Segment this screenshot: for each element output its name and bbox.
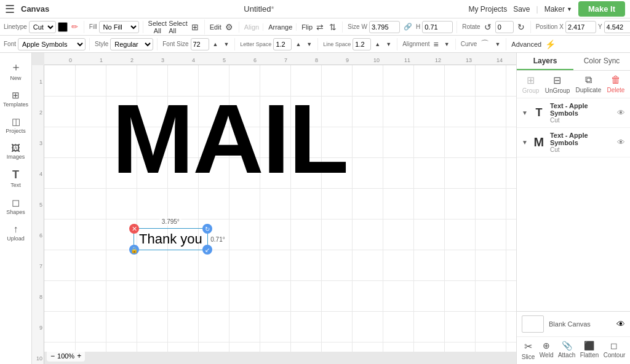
style-select[interactable]: Regular — [110, 38, 153, 50]
attach-label: Attach — [558, 352, 575, 358]
fill-select[interactable]: No Fill — [99, 21, 139, 33]
letter-space-up-icon[interactable]: ▲ — [293, 41, 303, 48]
ruler-top: 0 1 2 3 4 5 6 7 8 9 10 11 12 13 14 15 — [44, 53, 516, 65]
advanced-label[interactable]: Advanced — [511, 41, 541, 48]
layer-item-1[interactable]: ▼ M Text - Apple Symbols Cut 👁 — [517, 128, 630, 157]
sidebar-item-text[interactable]: T Text — [2, 165, 30, 191]
position-label: Position — [536, 23, 558, 30]
weld-action[interactable]: ⊕ Weld — [540, 341, 554, 360]
align-down-icon[interactable]: ▼ — [442, 41, 452, 48]
layer-1-visibility-icon[interactable]: 👁 — [617, 138, 625, 147]
make-it-button[interactable]: Make It — [578, 1, 625, 17]
sidebar-item-new[interactable]: ＋ New — [2, 57, 30, 84]
select-all-label[interactable]: Select All — [169, 20, 188, 34]
select-all-group: Select All Select All ⊞ — [148, 20, 205, 34]
letter-space-down-icon[interactable]: ▼ — [305, 41, 314, 48]
flip-group: Flip ⇄ ⇅ — [301, 22, 343, 33]
delete-action[interactable]: 🗑 Delete — [607, 74, 624, 94]
flip-label[interactable]: Flip — [301, 23, 313, 31]
select-all-button[interactable]: Select All — [148, 20, 167, 34]
width-input[interactable] — [369, 21, 400, 33]
y-input[interactable] — [604, 21, 630, 33]
tab-layers[interactable]: Layers — [517, 53, 573, 70]
sidebar-item-images[interactable]: 🖼 Images — [2, 140, 30, 163]
weld-icon: ⊕ — [543, 341, 550, 350]
edit-group: Edit ⚙ — [210, 22, 239, 33]
canvas-area[interactable]: 0 1 2 3 4 5 6 7 8 9 10 11 12 13 14 15 — [32, 53, 516, 364]
ungroup-action[interactable]: ⊟ UnGroup — [545, 74, 570, 94]
font-size-input[interactable] — [191, 38, 209, 50]
width-dimension-label: 3.795° — [160, 218, 181, 226]
sidebar-item-upload[interactable]: ↑ Upload — [2, 221, 30, 245]
zoom-in-button[interactable]: + — [77, 352, 81, 360]
font-select[interactable]: Apple Symbols — [18, 38, 86, 50]
rotate-input[interactable] — [495, 21, 514, 33]
rotate-cw-icon[interactable]: ↻ — [516, 22, 527, 33]
rotate-label: Rotate — [462, 23, 480, 30]
blank-canvas-row: Blank Canvas 👁 — [517, 312, 630, 337]
flip-h-icon[interactable]: ⇄ — [314, 22, 325, 33]
ungroup-icon: ⊟ — [553, 74, 561, 86]
thank-you-container[interactable]: 3.795° 0.71° ✕ ↻ 🔒 ↙ Thank you — [134, 228, 208, 250]
color-swatch[interactable] — [58, 22, 68, 32]
advanced-icon[interactable]: ⚡ — [543, 39, 557, 50]
letter-space-input[interactable] — [273, 38, 292, 50]
slice-label: Slice — [522, 354, 535, 360]
linetype-select[interactable]: Cut — [29, 21, 56, 33]
tab-color-sync[interactable]: Color Sync — [573, 53, 630, 70]
templates-icon: ⊞ — [12, 90, 20, 101]
pen-icon[interactable]: ✏ — [70, 22, 80, 32]
canvas-eye-icon[interactable]: 👁 — [616, 319, 625, 329]
contour-action[interactable]: ◻ Contour — [604, 341, 626, 360]
zoom-out-button[interactable]: − — [50, 352, 55, 360]
my-projects-link[interactable]: My Projects — [468, 5, 507, 14]
flip-v-icon[interactable]: ⇅ — [327, 22, 338, 33]
mail-text[interactable]: MAIL — [112, 90, 348, 188]
font-size-down-icon[interactable]: ▼ — [221, 41, 231, 48]
lock-handle[interactable]: 🔒 — [129, 245, 139, 255]
curve-icon[interactable]: ⌒ — [479, 38, 491, 50]
flatten-action[interactable]: ⬛ Flatten — [580, 341, 599, 360]
duplicate-action[interactable]: ⧉ Duplicate — [576, 74, 602, 94]
line-space-up-icon[interactable]: ▲ — [373, 41, 382, 48]
font-size-up-icon[interactable]: ▲ — [211, 41, 220, 48]
x-input[interactable] — [565, 21, 596, 33]
group-action[interactable]: ⊞ Group — [522, 74, 540, 94]
topbar: ☰ Canvas Untitled* My Projects Save | Ma… — [0, 0, 630, 18]
sidebar-item-shapes[interactable]: ◻ Shapes — [2, 194, 30, 218]
rotate-ccw-icon[interactable]: ↺ — [482, 22, 493, 33]
advanced-group: Advanced ⚡ — [511, 39, 561, 50]
zoom-level: 100% — [57, 352, 74, 360]
flatten-label: Flatten — [580, 352, 599, 358]
slice-action[interactable]: ✂ Slice — [522, 341, 535, 360]
attach-action[interactable]: 📎 Attach — [558, 341, 575, 360]
position-group: Position X Y — [536, 21, 630, 33]
lock-ratio-icon[interactable]: 🔗 — [402, 22, 414, 31]
thank-you-selection-box[interactable]: 3.795° 0.71° ✕ ↻ 🔒 ↙ Thank you — [134, 228, 208, 250]
layer-1-info: Text - Apple Symbols Cut — [550, 132, 613, 153]
canvas-bg[interactable]: MAIL 3.795° 0.71° ✕ ↻ 🔒 ↙ Thank you — [44, 65, 516, 352]
select-all-icon[interactable]: ⊞ — [189, 22, 201, 33]
menu-icon[interactable]: ☰ — [5, 2, 15, 16]
delete-handle[interactable]: ✕ — [129, 224, 139, 234]
rotate-handle[interactable]: ↻ — [202, 224, 212, 234]
layer-0-visibility-icon[interactable]: 👁 — [617, 108, 625, 117]
maker-button[interactable]: Maker ▼ — [544, 5, 572, 14]
canvas-color-swatch[interactable] — [522, 315, 544, 333]
scale-handle[interactable]: ↙ — [202, 245, 212, 255]
curve-down-icon[interactable]: ▼ — [493, 41, 502, 48]
thank-you-text[interactable]: Thank you — [139, 231, 202, 247]
duplicate-label: Duplicate — [576, 87, 602, 93]
edit-label[interactable]: Edit — [210, 23, 221, 31]
layer-item-0[interactable]: ▼ T Text - Apple Symbols Cut 👁 — [517, 98, 630, 128]
save-button[interactable]: Save — [513, 5, 530, 14]
line-space-input[interactable] — [353, 38, 371, 50]
line-space-down-icon[interactable]: ▼ — [384, 41, 393, 48]
sidebar-item-projects[interactable]: ◫ Projects — [2, 113, 30, 137]
arrange-label[interactable]: Arrange — [268, 23, 292, 31]
height-input[interactable] — [422, 21, 453, 33]
edit-icon[interactable]: ⚙ — [223, 22, 235, 33]
style-group: Style Regular — [95, 38, 158, 50]
align-left-icon[interactable]: ≡ — [432, 39, 441, 50]
sidebar-item-templates[interactable]: ⊞ Templates — [2, 87, 30, 111]
